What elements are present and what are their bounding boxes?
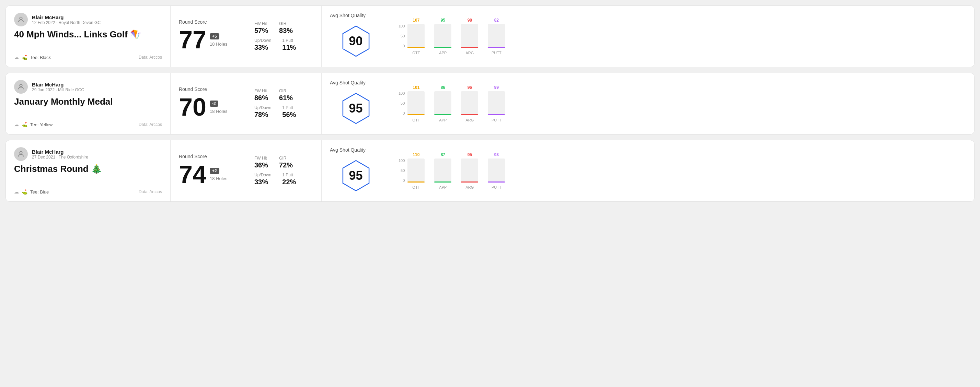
oneputt-stat: 1 Putt 11% — [282, 38, 296, 51]
user-info: Blair McHarg 29 Jan 2022 · Mill Ride GCC — [32, 82, 84, 92]
user-meta: 29 Jan 2022 · Mill Ride GCC — [32, 87, 84, 92]
user-meta: 27 Dec 2021 · The Oxfordshire — [32, 155, 88, 160]
y-label-50: 50 — [399, 34, 405, 38]
fw-hit-label: FW Hit — [255, 156, 268, 160]
bar-label-ott: OTT — [412, 118, 420, 122]
oneputt-value: 11% — [282, 44, 296, 51]
card-footer: ☁ ⛳ Tee: Black Data: Arccos — [14, 54, 162, 60]
bar-outer-arg — [461, 24, 478, 48]
bar-value-putt: 99 — [494, 85, 499, 90]
y-label-0: 0 — [399, 111, 405, 115]
fw-hit-value: 86% — [255, 94, 268, 102]
bar-label-putt: PUTT — [492, 118, 501, 122]
bar-group-arg: 96 ARG — [461, 85, 478, 122]
y-label-50: 50 — [399, 101, 405, 105]
svg-point-2 — [19, 152, 22, 154]
gir-value: 72% — [279, 161, 293, 169]
bar-group-app: 87 APP — [434, 152, 451, 189]
bar-line-ott — [407, 181, 425, 182]
bar-group-ott: 110 OTT — [407, 152, 425, 189]
chart-panel: 100 50 0 110 OTT 87 APP — [390, 140, 974, 201]
quality-score: 90 — [349, 34, 363, 48]
bar-value-putt: 82 — [494, 18, 499, 23]
gir-label: GIR — [279, 156, 293, 160]
bar-line-app — [434, 181, 451, 182]
gir-value: 83% — [279, 27, 293, 35]
score-number: 77 — [179, 27, 206, 52]
round-info-panel: Blair McHarg 27 Dec 2021 · The Oxfordshi… — [6, 140, 170, 201]
bar-label-app: APP — [439, 118, 447, 122]
stats-panel: FW Hit 57% GIR 83% Up/Down 33% 1 Putt 11… — [246, 6, 321, 67]
quality-panel: Avg Shot Quality 90 — [321, 6, 390, 67]
user-info: Blair McHarg 12 Feb 2022 · Royal North D… — [32, 14, 100, 25]
bar-outer-ott — [407, 159, 425, 182]
hexagon-container: 90 — [339, 22, 373, 60]
score-differential-badge: +2 — [210, 168, 220, 174]
card-footer: ☁ ⛳ Tee: Yellow Data: Arccos — [14, 122, 162, 127]
y-label-100: 100 — [399, 91, 405, 95]
fw-hit-label: FW Hit — [255, 89, 268, 93]
round-card-2: Blair McHarg 29 Jan 2022 · Mill Ride GCC… — [5, 73, 975, 135]
bar-label-arg: ARG — [465, 51, 474, 55]
y-axis-labels: 100 50 0 — [399, 24, 405, 55]
updown-value: 33% — [255, 44, 271, 51]
quality-label: Avg Shot Quality — [330, 13, 366, 18]
tee-label: Tee: Yellow — [30, 122, 52, 127]
gir-label: GIR — [279, 21, 293, 26]
stats-row-top: FW Hit 86% GIR 61% — [255, 89, 313, 102]
gir-stat: GIR 83% — [279, 21, 293, 35]
quality-panel: Avg Shot Quality 95 — [321, 73, 390, 134]
gir-stat: GIR 72% — [279, 156, 293, 169]
fw-hit-label: FW Hit — [255, 21, 268, 26]
bar-group-putt: 93 PUTT — [488, 152, 505, 189]
chart-panel: 100 50 0 107 OTT 95 APP — [390, 6, 974, 67]
oneputt-label: 1 Putt — [282, 173, 296, 178]
weather-icon: ☁ — [14, 54, 19, 60]
bag-icon: ⛳ — [22, 189, 27, 195]
stats-row-bottom: Up/Down 78% 1 Putt 56% — [255, 105, 313, 119]
quality-score: 95 — [349, 101, 363, 116]
fw-hit-stat: FW Hit 57% — [255, 21, 268, 35]
quality-score: 95 — [349, 168, 363, 183]
bar-value-arg: 98 — [468, 18, 472, 23]
score-main: 77 +5 18 Holes — [179, 27, 237, 52]
round-card-3: Blair McHarg 27 Dec 2021 · The Oxfordshi… — [5, 140, 975, 202]
gir-stat: GIR 61% — [279, 89, 293, 102]
round-title: 40 Mph Winds... Links Golf 🪁 — [14, 29, 162, 40]
score-badge-area: +5 18 Holes — [210, 33, 227, 47]
bar-line-ott — [407, 114, 425, 115]
y-label-0: 0 — [399, 44, 405, 48]
bar-line-ott — [407, 47, 425, 48]
bar-value-ott: 101 — [413, 85, 420, 90]
bar-label-arg: ARG — [465, 118, 474, 122]
gir-value: 61% — [279, 94, 293, 102]
weather-icon: ☁ — [14, 189, 19, 195]
score-panel: Round Score 70 -2 18 Holes — [170, 73, 246, 134]
oneputt-label: 1 Putt — [282, 105, 296, 110]
bar-value-app: 87 — [441, 152, 445, 157]
bar-label-app: APP — [439, 185, 447, 189]
stats-row-top: FW Hit 36% GIR 72% — [255, 156, 313, 169]
bag-icon: ⛳ — [22, 54, 27, 60]
bar-outer-app — [434, 24, 451, 48]
bar-outer-arg — [461, 91, 478, 115]
round-title: Christmas Round 🎄 — [14, 163, 162, 174]
fw-hit-stat: FW Hit 36% — [255, 156, 268, 169]
card-footer: ☁ ⛳ Tee: Blue Data: Arccos — [14, 189, 162, 195]
chart-bars: 110 OTT 87 APP 95 ARG — [407, 152, 966, 189]
bar-outer-putt — [488, 24, 505, 48]
fw-hit-value: 36% — [255, 161, 268, 169]
bar-group-ott: 101 OTT — [407, 85, 425, 122]
round-info-panel: Blair McHarg 29 Jan 2022 · Mill Ride GCC… — [6, 73, 170, 134]
round-title: January Monthly Medal — [14, 97, 162, 107]
y-label-0: 0 — [399, 178, 405, 182]
user-row: Blair McHarg 29 Jan 2022 · Mill Ride GCC — [14, 80, 162, 94]
chart-bars: 107 OTT 95 APP 98 ARG — [407, 18, 966, 55]
bar-outer-ott — [407, 91, 425, 115]
stats-panel: FW Hit 86% GIR 61% Up/Down 78% 1 Putt 56… — [246, 73, 321, 134]
score-differential-badge: +5 — [210, 33, 220, 40]
weather-icon: ☁ — [14, 122, 19, 127]
bar-group-putt: 99 PUTT — [488, 85, 505, 122]
stats-panel: FW Hit 36% GIR 72% Up/Down 33% 1 Putt 22… — [246, 140, 321, 201]
score-badge-area: -2 18 Holes — [210, 100, 227, 114]
